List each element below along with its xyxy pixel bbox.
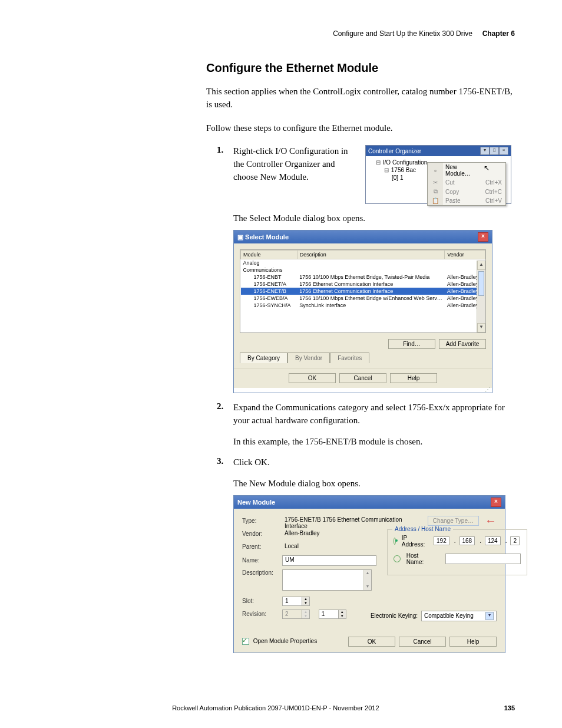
tree-collapse-icon[interactable]: ⊟ — [375, 159, 381, 166]
host-name-radio[interactable] — [394, 555, 401, 562]
cancel-button[interactable]: Cancel — [399, 637, 446, 647]
panel-pin-icon[interactable]: ▯ — [490, 147, 499, 155]
close-icon[interactable]: × — [491, 498, 501, 507]
header-title: Configure and Start Up the Kinetix 300 D… — [333, 29, 472, 38]
address-hostname-group: Address / Host Name IP Address: 192. 168… — [387, 529, 527, 575]
grid-scrollbar[interactable]: ▲ ▼ — [477, 261, 485, 332]
parent-label: Parent: — [242, 543, 279, 550]
tab-favorites[interactable]: Favorites — [330, 353, 369, 363]
step-number: 2. — [217, 401, 223, 411]
open-module-properties-checkbox[interactable] — [242, 638, 249, 645]
section-title: Configure the Ethernet Module — [206, 61, 515, 75]
name-field[interactable]: UM — [282, 555, 376, 566]
select-module-title: Select Module — [245, 233, 289, 241]
tree-node-slot0[interactable]: [0] 1 — [392, 174, 403, 181]
slot-value[interactable]: 1 — [282, 597, 302, 606]
electronic-keying-label: Electronic Keying: — [371, 612, 418, 619]
step-1: 1. Right-click I/O Configuration in the … — [206, 145, 515, 393]
ip-octet-3[interactable]: 124 — [485, 536, 501, 545]
scroll-up-icon[interactable]: ▲ — [364, 570, 371, 577]
description-label: Description: — [242, 569, 279, 576]
scroll-down-icon[interactable]: ▼ — [364, 584, 371, 590]
ip-octet-2[interactable]: 168 — [459, 536, 475, 545]
close-icon[interactable]: × — [478, 232, 488, 242]
header-chapter: Chapter 6 — [482, 29, 515, 38]
resize-grip-icon[interactable]: ⋰ — [234, 388, 492, 393]
scroll-thumb[interactable] — [478, 271, 484, 296]
revision-minor-value[interactable]: 1 — [319, 610, 339, 619]
module-row[interactable]: 1756-ENET/A1756 Ethernet Communication I… — [241, 281, 485, 288]
revision-minor-stepper[interactable]: 1 ▲▼ — [319, 610, 346, 619]
col-vendor[interactable]: Vendor — [445, 251, 485, 259]
col-module[interactable]: Module — [241, 251, 297, 259]
ip-octet-1[interactable]: 192 — [434, 536, 449, 545]
revision-major-stepper[interactable]: 2 ▲▼ — [282, 610, 310, 619]
address-hostname-legend: Address / Host Name — [392, 526, 453, 532]
step-3: 3. Click OK. The New Module dialog box o… — [206, 456, 515, 653]
panel-dropdown-icon[interactable]: ▾ — [480, 147, 490, 155]
tree-node-backplane[interactable]: 1756 Bac — [391, 167, 416, 173]
ok-button[interactable]: OK — [348, 637, 395, 647]
panel-close-icon[interactable]: × — [499, 147, 508, 155]
change-type-button[interactable]: Change Type… — [428, 516, 479, 526]
textarea-scrollbar[interactable]: ▲ ▼ — [363, 570, 371, 590]
tab-by-vendor[interactable]: By Vendor — [287, 353, 330, 363]
new-module-title: New Module — [237, 499, 275, 506]
type-value: 1756-ENET/B 1756 Ethernet Communication … — [282, 516, 424, 525]
controller-organizer-panel: Controller Organizer ▾ ▯ × ⊟ I/O Configu… — [365, 145, 511, 204]
type-label: Type: — [242, 518, 279, 524]
step-1-result: The Select Module dialog box opens. — [233, 212, 515, 225]
context-menu: ▫ New Module… ✂ CutCtrl+X ⧉ — [427, 162, 506, 206]
step-number: 1. — [217, 145, 223, 155]
menu-item-paste[interactable]: 📋 PasteCtrl+V — [428, 196, 505, 205]
module-row[interactable]: 1756-SYNCH/ASynchLink InterfaceAllen-Bra… — [241, 302, 485, 309]
module-grid[interactable]: Module Description Vendor Analog Communi… — [240, 249, 486, 333]
host-name-field[interactable] — [445, 554, 521, 564]
ip-address-radio[interactable] — [394, 538, 396, 545]
help-button[interactable]: Help — [390, 373, 437, 383]
vendor-value: Allen-Bradley — [282, 529, 352, 539]
host-name-label: Host Name: — [406, 552, 437, 565]
tree-node-io-configuration[interactable]: I/O Configuration — [383, 159, 428, 166]
name-label: Name: — [242, 557, 279, 564]
chevron-down-icon[interactable]: ▾ — [485, 612, 494, 620]
ip-octet-4[interactable]: 2 — [510, 536, 520, 545]
select-module-titlebar: ▣ Select Module × — [234, 230, 492, 243]
step-3-text: Click OK. — [233, 456, 515, 469]
tree-collapse-icon[interactable]: ⊟ — [384, 167, 389, 173]
parent-value: Local — [282, 542, 352, 552]
cancel-button[interactable]: Cancel — [339, 373, 386, 383]
slot-stepper[interactable]: 1 ▲▼ — [282, 597, 310, 606]
step-1-text: Right-click I/O Configuration in the Con… — [233, 145, 357, 183]
step-2: 2. Expand the Communications category an… — [206, 401, 515, 448]
ok-button[interactable]: OK — [289, 373, 336, 383]
tab-by-category[interactable]: By Category — [240, 353, 287, 363]
step-2-result: In this example, the 1756-ENET/B module … — [233, 436, 515, 449]
ip-address-label: IP Address: — [402, 535, 425, 548]
new-module-icon: ▫ — [428, 163, 443, 178]
select-module-dialog: ▣ Select Module × Module Description Ven… — [233, 230, 492, 393]
copy-icon: ⧉ — [428, 187, 443, 196]
module-row[interactable]: 1756-ENBT1756 10/100 Mbps Ethernet Bridg… — [241, 274, 485, 281]
scroll-up-icon[interactable]: ▲ — [477, 261, 485, 270]
scroll-down-icon[interactable]: ▼ — [477, 323, 485, 332]
intro-paragraph-1: This section applies when the ControlLog… — [206, 85, 515, 111]
electronic-keying-dropdown[interactable]: Compatible Keying ▾ — [421, 611, 497, 621]
description-field[interactable]: ▲ ▼ — [282, 569, 372, 591]
module-row-selected[interactable]: 1756-ENET/B1756 Ethernet Communication I… — [241, 288, 485, 295]
module-row[interactable]: 1756-EWEB/A1756 10/100 Mbps Ethernet Bri… — [241, 295, 485, 302]
add-favorite-button[interactable]: Add Favorite — [439, 339, 486, 349]
help-button[interactable]: Help — [449, 637, 497, 647]
page-number: 135 — [504, 704, 515, 711]
menu-item-new-module[interactable]: ▫ New Module… — [428, 163, 505, 178]
controller-organizer-tree[interactable]: ⊟ I/O Configuration ⊟ 1756 Bac [0] 1 — [366, 156, 511, 203]
menu-item-copy[interactable]: ⧉ CopyCtrl+C — [428, 187, 505, 196]
new-module-dialog: New Module × Type: 1756-ENET/B 1756 Ethe… — [233, 495, 505, 653]
slot-label: Slot: — [242, 598, 279, 604]
new-module-titlebar: New Module × — [234, 496, 505, 509]
find-button[interactable]: Find… — [388, 339, 435, 349]
category-analog[interactable]: Analog — [241, 259, 485, 267]
menu-item-cut[interactable]: ✂ CutCtrl+X — [428, 178, 505, 187]
category-communications[interactable]: Communications — [241, 266, 485, 274]
col-description[interactable]: Description — [297, 251, 444, 259]
